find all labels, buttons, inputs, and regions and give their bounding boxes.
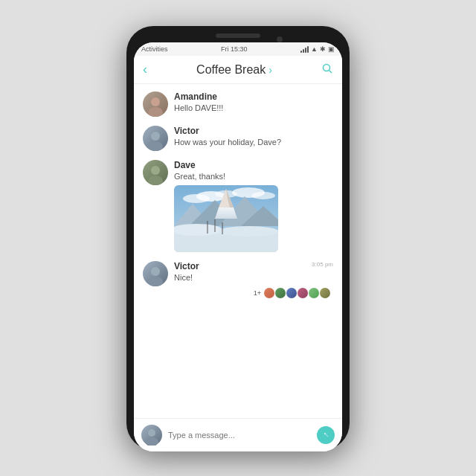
- message-text: Great, thanks!: [174, 172, 278, 181]
- chat-header: ‹ Coffee Break ›: [134, 56, 342, 84]
- phone-device: Activities Fri 15:30 ▲ ✱ ▣ ‹ Coffee Brea…: [126, 26, 350, 450]
- phone-speaker: [216, 33, 260, 38]
- message-author: Amandine: [174, 91, 223, 102]
- input-user-avatar: [141, 425, 162, 446]
- message-content: Victor How was your holiday, Dave?: [174, 126, 281, 147]
- avatar-victor: [143, 126, 168, 151]
- avatar-dave: [143, 160, 168, 185]
- svg-point-5: [148, 141, 163, 151]
- status-bar-icons: ▲ ✱ ▣: [300, 45, 335, 53]
- svg-point-7: [148, 176, 163, 185]
- message-author: Victor: [174, 261, 199, 271]
- avatar-victor2-img: [143, 261, 168, 286]
- title-chevron-icon[interactable]: ›: [268, 64, 272, 76]
- avatar-victor2: [143, 261, 168, 286]
- message-time: 3:05 pm: [312, 261, 333, 268]
- svg-point-13: [251, 192, 275, 199]
- reaction-avatar: [286, 288, 297, 298]
- phone-camera: [277, 36, 283, 42]
- reaction-avatar: [275, 288, 286, 298]
- phone-screen: Activities Fri 15:30 ▲ ✱ ▣ ‹ Coffee Brea…: [134, 42, 342, 451]
- svg-line-1: [329, 70, 332, 73]
- message-input[interactable]: [168, 431, 311, 440]
- status-bar: Activities Fri 15:30 ▲ ✱ ▣: [134, 42, 342, 56]
- message-text: Hello DAVE!!!: [174, 103, 223, 112]
- messages-area: Amandine Hello DAVE!!! Victor How was yo…: [134, 84, 342, 418]
- send-icon: ↑: [321, 429, 331, 440]
- reaction-avatar: [298, 288, 308, 298]
- svg-point-2: [151, 97, 160, 106]
- search-button[interactable]: [321, 62, 333, 77]
- chat-title: Coffee Break ›: [196, 63, 272, 77]
- reaction-avatars: [264, 288, 330, 298]
- status-bar-activities: Activities: [141, 45, 168, 53]
- reaction-avatar: [309, 288, 319, 298]
- message-content: Amandine Hello DAVE!!!: [174, 91, 223, 112]
- message-row: Victor Nice! 3:05 pm: [143, 261, 333, 286]
- message-reactions: 1+: [143, 288, 333, 298]
- avatar-amandine: [143, 91, 168, 117]
- svg-point-4: [151, 132, 160, 141]
- send-button[interactable]: ↑: [317, 426, 335, 444]
- message-text: Nice!: [174, 273, 199, 282]
- svg-point-0: [323, 64, 329, 71]
- reaction-avatar: [264, 288, 274, 298]
- status-bar-time: Fri 15:30: [221, 45, 248, 53]
- message-row: Dave Great, thanks!: [143, 160, 333, 252]
- message-content: Dave Great, thanks!: [174, 160, 278, 252]
- message-row: Amandine Hello DAVE!!!: [143, 91, 333, 117]
- svg-point-30: [145, 437, 158, 446]
- avatar-victor-img: [143, 126, 168, 151]
- reaction-avatar: [320, 288, 330, 298]
- avatar-amandine-img: [143, 91, 168, 117]
- message-row: Victor How was your holiday, Dave?: [143, 126, 333, 151]
- battery-icon: ▣: [328, 45, 335, 53]
- back-button[interactable]: ‹: [143, 62, 147, 77]
- input-area: ↑: [134, 418, 342, 451]
- chat-title-text: Coffee Break: [196, 63, 266, 77]
- message-author: Victor: [174, 126, 281, 136]
- reaction-count: 1+: [254, 289, 261, 297]
- svg-marker-20: [215, 208, 237, 219]
- svg-point-29: [148, 429, 155, 437]
- wifi-icon: ▲: [311, 45, 318, 53]
- signal-icon: [300, 46, 309, 53]
- bluetooth-icon: ✱: [320, 45, 326, 53]
- message-text: How was your holiday, Dave?: [174, 138, 281, 147]
- svg-point-23: [219, 226, 278, 237]
- svg-point-28: [148, 277, 163, 286]
- svg-point-3: [148, 107, 163, 117]
- svg-point-6: [151, 166, 160, 175]
- message-image: [174, 185, 278, 252]
- avatar-dave-img: [143, 160, 168, 185]
- message-author: Dave: [174, 160, 278, 170]
- svg-point-27: [151, 267, 160, 276]
- search-icon: [321, 62, 333, 74]
- message-content: Victor Nice!: [174, 261, 199, 282]
- mountain-scene-svg: [174, 185, 278, 252]
- message-row-with-reactions: Victor Nice! 3:05 pm 1+: [143, 261, 333, 298]
- input-avatar-img: [141, 425, 162, 446]
